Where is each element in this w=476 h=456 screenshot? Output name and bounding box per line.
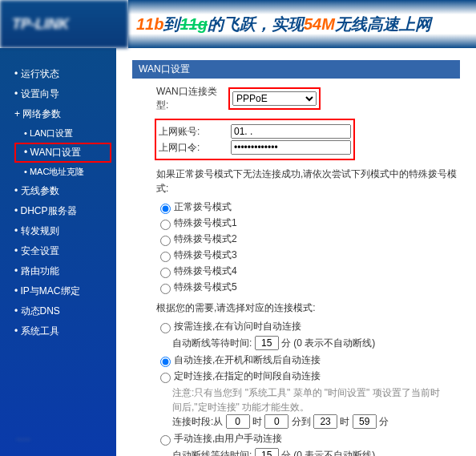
dial-opt-1: 特殊拨号模式1	[174, 217, 237, 228]
mode-manual: 手动连接,由用户手动连接	[174, 433, 282, 444]
sidebar-item-status[interactable]: • 运行状态	[0, 64, 116, 84]
t-end: 分	[379, 416, 389, 427]
mode-radio-ondemand[interactable]	[160, 323, 171, 333]
time-from-h[interactable]	[226, 414, 250, 429]
banner-11b: 11b	[136, 15, 163, 34]
mode-timed: 定时连接,在指定的时间段自动连接	[174, 370, 321, 381]
mode-radio-timed[interactable]	[160, 373, 171, 383]
footer-text: ......	[16, 432, 30, 442]
mode-ondemand: 按需连接,在有访问时自动连接	[174, 321, 301, 332]
idle-label: 自动断线等待时间:	[172, 337, 252, 349]
dial-opt-5: 特殊拨号模式5	[174, 281, 237, 293]
time-to-h[interactable]	[313, 414, 337, 429]
sidebar-sub-wan[interactable]: • WAN口设置	[24, 147, 81, 158]
timed-note-1: 注意:只有当您到 "系统工具" 菜单的 "时间设置" 项设置了当前时	[172, 385, 460, 400]
banner-54m: 54M	[304, 15, 335, 34]
panel-title: WAN口设置	[132, 60, 460, 79]
sidebar-item-dhcp[interactable]: • DHCP服务器	[0, 201, 116, 221]
dial-radio-3[interactable]	[160, 252, 171, 262]
banner-wireless: 无线高速上网	[335, 14, 431, 35]
t-sep3: 时	[340, 416, 349, 427]
idle-input[interactable]	[255, 336, 279, 350]
idle2-unit: 分 (0 表示不自动断线)	[281, 450, 375, 456]
conn-mode-desc: 根据您的需要,请选择对应的连接模式:	[156, 301, 460, 315]
sidebar-sub-wan-highlight: • WAN口设置	[14, 143, 111, 163]
dial-opt-0: 正常拨号模式	[174, 201, 232, 212]
banner-leap: 的飞跃，实现	[208, 14, 304, 35]
credentials-highlight: 上网账号: 上网口令:	[155, 119, 355, 160]
idle2-label: 自动断线等待时间:	[172, 450, 252, 456]
sidebar-item-ipmac[interactable]: • IP与MAC绑定	[0, 281, 116, 301]
pwd-label: 上网口令:	[159, 141, 231, 155]
time-to-m[interactable]	[353, 414, 377, 429]
acct-label: 上网账号:	[159, 125, 231, 139]
logo: TP-LINK	[0, 0, 128, 48]
dial-radio-4[interactable]	[160, 268, 171, 278]
dial-radio-2[interactable]	[160, 236, 171, 246]
banner-11g: 11g	[180, 15, 207, 34]
sidebar-item-network[interactable]: + 网络参数	[0, 104, 116, 124]
mode-radio-manual[interactable]	[160, 435, 171, 446]
banner-to: 到	[163, 14, 180, 35]
dial-opt-4: 特殊拨号模式4	[174, 265, 237, 276]
sidebar-item-wizard[interactable]: • 设置向导	[0, 84, 116, 104]
idle2-input[interactable]	[255, 448, 279, 456]
content-panel: WAN口设置 WAN口连接类型: PPPoE 上网账号: 上网口令: 如果正常拨…	[116, 48, 476, 456]
sidebar-item-security[interactable]: • 安全设置	[0, 241, 116, 261]
timed-note-2: 间后,"定时连接" 功能才能生效。	[172, 400, 460, 414]
conn-type-highlight: PPPoE	[228, 87, 321, 110]
timed-range-label: 连接时段:从	[172, 416, 223, 427]
acct-input[interactable]	[231, 124, 351, 139]
sidebar-item-systools[interactable]: • 系统工具	[0, 321, 116, 341]
sidebar-sub-mac[interactable]: • MAC地址克隆	[0, 163, 116, 181]
sidebar-item-route[interactable]: • 路由功能	[0, 261, 116, 281]
dial-desc: 如果正常拨号模式下无法连接成功,请依次尝试下列模式中的特殊拨号模式:	[156, 167, 460, 196]
idle-unit: 分 (0 表示不自动断线)	[281, 337, 375, 349]
dial-radio-1[interactable]	[160, 220, 171, 230]
sidebar: • 运行状态 • 设置向导 + 网络参数 • LAN口设置 • WAN口设置 •…	[0, 48, 116, 456]
conn-type-select[interactable]: PPPoE	[232, 91, 317, 106]
dial-opt-3: 特殊拨号模式3	[174, 249, 237, 260]
sidebar-item-forward[interactable]: • 转发规则	[0, 221, 116, 241]
dial-radio-normal[interactable]	[160, 204, 171, 214]
time-from-m[interactable]	[264, 414, 288, 429]
mode-radio-auto[interactable]	[160, 357, 171, 367]
sidebar-sub-lan[interactable]: • LAN口设置	[0, 124, 116, 143]
dial-opt-2: 特殊拨号模式2	[174, 233, 237, 244]
dial-radio-5[interactable]	[160, 284, 171, 294]
header-bar: TP-LINK 11b 到 11g 的飞跃，实现 54M 无线高速上网	[0, 0, 476, 48]
sidebar-item-ddns[interactable]: • 动态DNS	[0, 301, 116, 321]
t-sep1: 时	[252, 416, 262, 427]
t-sep2: 分到	[292, 416, 311, 427]
banner: 11b 到 11g 的飞跃，实现 54M 无线高速上网	[128, 0, 476, 48]
conn-type-label: WAN口连接类型:	[156, 85, 228, 112]
mode-auto: 自动连接,在开机和断线后自动连接	[174, 354, 321, 365]
sidebar-item-wireless[interactable]: • 无线参数	[0, 181, 116, 201]
pwd-input[interactable]	[231, 140, 351, 155]
